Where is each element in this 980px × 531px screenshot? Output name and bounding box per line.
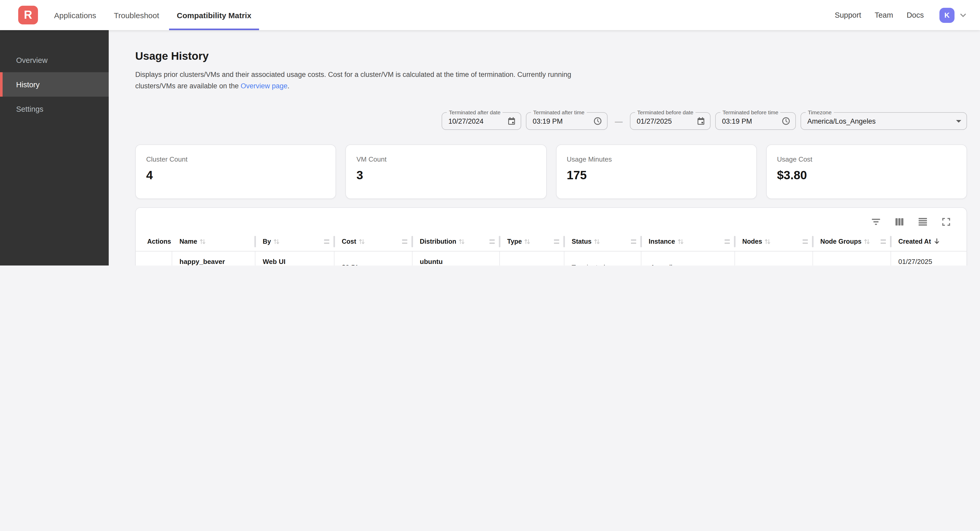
column-menu-icon[interactable] — [631, 239, 636, 243]
cell-node_groups: - — [813, 252, 891, 265]
nav-link-docs[interactable]: Docs — [907, 11, 924, 19]
column-header-instance[interactable]: Instance — [641, 232, 735, 251]
density-icon[interactable] — [917, 216, 929, 228]
chevron-down-icon[interactable] — [960, 12, 966, 19]
nav-link-team[interactable]: Team — [875, 11, 893, 19]
tab-troubleshoot[interactable]: Troubleshoot — [106, 0, 167, 30]
stat-value: $3.80 — [777, 168, 967, 182]
column-menu-icon[interactable] — [402, 239, 407, 243]
avatar[interactable]: K — [939, 8, 955, 22]
app-root: R Applications Troubleshoot Compatibilit… — [0, 0, 980, 265]
stat-label: Usage Minutes — [567, 155, 756, 163]
cell-instance: r1.small — [641, 252, 735, 265]
timezone-select[interactable]: Timezone America/Los_Angeles — [800, 112, 967, 130]
column-header-label: Cost — [342, 238, 356, 245]
column-header-type[interactable]: Type — [500, 232, 565, 251]
column-header-nodes[interactable]: Nodes — [735, 232, 813, 251]
tab-applications[interactable]: Applications — [46, 0, 104, 30]
column-header-label: Distribution — [420, 238, 456, 245]
column-header-label: By — [262, 238, 271, 245]
instance-value: r1.small — [649, 263, 735, 265]
table-row: happy_beavera48d9324Web UIname@domain.co… — [136, 252, 966, 265]
page-title: Usage History — [135, 50, 967, 62]
field-value: 03:19 PM — [533, 117, 589, 125]
column-menu-icon[interactable] — [490, 239, 495, 243]
calendar-icon[interactable] — [697, 117, 705, 125]
filter-icon[interactable] — [870, 217, 882, 227]
columns-icon[interactable] — [894, 216, 905, 228]
page-description: Displays prior clusters/VMs and their as… — [135, 69, 645, 92]
sidebar-item-history[interactable]: History — [0, 72, 109, 97]
sort-icon — [274, 238, 279, 244]
column-header-status[interactable]: Status — [565, 232, 641, 251]
filter-bar: Terminated after date 10/27/2024 Termina… — [135, 112, 967, 130]
terminated-before-date-field[interactable]: Terminated before date 01/27/2025 — [630, 112, 711, 130]
column-menu-icon[interactable] — [803, 239, 808, 243]
cell-status: Terminated — [565, 252, 641, 265]
primary-tabs: Applications Troubleshoot Compatibility … — [44, 0, 259, 30]
column-header-label: Nodes — [742, 238, 762, 245]
column-menu-icon[interactable] — [554, 239, 559, 243]
column-header-label: Created At — [898, 238, 931, 245]
sidebar-item-settings[interactable]: Settings — [0, 97, 109, 121]
type-value: vm — [507, 263, 564, 265]
terminated-after-time-field[interactable]: Terminated after time 03:19 PM — [526, 112, 608, 130]
column-header-distribution[interactable]: Distribution — [412, 232, 500, 251]
sort-icon — [525, 238, 530, 244]
column-header-cost[interactable]: Cost — [334, 232, 412, 251]
column-menu-icon[interactable] — [324, 239, 329, 243]
terminated-before-time-field[interactable]: Terminated before time 03:19 PM — [715, 112, 796, 130]
description-line1: Displays prior clusters/VMs and their as… — [135, 71, 571, 78]
stat-label: Usage Cost — [777, 155, 967, 163]
cell-cost: $0.51 — [334, 252, 412, 265]
clock-icon[interactable] — [593, 117, 602, 125]
table-toolbar — [136, 208, 966, 231]
cell-nodes: - — [735, 252, 813, 265]
column-header-label: Type — [507, 238, 522, 245]
row-actions-button[interactable] — [146, 264, 158, 266]
field-value: 01/27/2025 — [637, 117, 693, 125]
cell-type: vm — [500, 252, 565, 265]
top-navigation: R Applications Troubleshoot Compatibilit… — [0, 0, 980, 30]
by-source: Web UI — [262, 257, 334, 265]
stat-card-cluster-count: Cluster Count 4 — [135, 144, 336, 199]
clock-icon[interactable] — [782, 117, 790, 125]
terminated-after-date-field[interactable]: Terminated after date 10/27/2024 — [442, 112, 521, 130]
fullscreen-icon[interactable] — [940, 216, 952, 228]
nav-link-support[interactable]: Support — [835, 11, 861, 19]
dropdown-arrow-icon — [956, 120, 961, 122]
stat-value: 4 — [146, 168, 336, 182]
stat-value: 3 — [356, 168, 546, 182]
column-header-name[interactable]: Name — [172, 232, 255, 251]
stats-row: Cluster Count 4 VM Count 3 Usage Minutes… — [135, 144, 967, 199]
field-label: Timezone — [806, 109, 834, 115]
nodes-value: - — [742, 263, 813, 265]
sidebar-item-overview[interactable]: Overview — [0, 48, 109, 72]
column-menu-icon[interactable] — [725, 239, 730, 243]
column-header-by[interactable]: By — [255, 232, 334, 251]
cost-value: $0.51 — [342, 263, 412, 265]
column-header-label: Instance — [649, 238, 675, 245]
cell-actions — [136, 252, 172, 265]
field-label: Terminated before time — [721, 109, 781, 115]
calendar-icon[interactable] — [508, 117, 515, 125]
sidebar: Overview History Settings — [0, 30, 109, 265]
cell-name: happy_beavera48d9324 — [172, 252, 255, 265]
column-header-created[interactable]: Created At — [891, 232, 967, 251]
stat-card-vm-count: VM Count 3 — [346, 144, 547, 199]
sort-icon — [678, 238, 683, 244]
timezone-value: America/Los_Angeles — [807, 117, 952, 125]
overview-page-link[interactable]: Overview page — [240, 82, 287, 90]
created-date: 01/27/2025 — [898, 257, 967, 265]
sort-icon — [594, 238, 600, 244]
tab-compatibility-matrix[interactable]: Compatibility Matrix — [169, 0, 259, 30]
sort-icon — [359, 238, 364, 244]
brand-logo[interactable]: R — [18, 6, 38, 24]
usage-history-table-card: ActionsNameByCostDistributionTypeStatusI… — [135, 207, 967, 265]
date-range-separator: — — [615, 117, 623, 125]
name-primary: happy_beaver — [180, 257, 255, 265]
field-label: Terminated after date — [447, 109, 503, 115]
column-header-node_groups[interactable]: Node Groups — [813, 232, 891, 251]
nav-right-section: Support Team Docs K — [835, 8, 980, 22]
column-menu-icon[interactable] — [881, 239, 886, 243]
